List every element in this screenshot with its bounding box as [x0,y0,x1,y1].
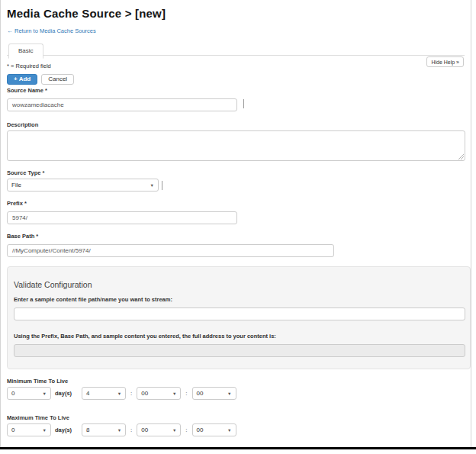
min-ttl-minutes-select[interactable]: 00 ▼ [137,387,181,400]
required-field-note: * = Required field [7,63,465,69]
max-ttl-days-value: 0 [11,427,14,433]
chevron-down-icon: ▼ [117,391,121,396]
min-ttl-minutes-value: 00 [141,390,148,397]
min-ttl-label: Minimum Time To Live [7,378,465,385]
time-separator: : [130,390,132,397]
min-ttl-days-select[interactable]: 0 ▼ [7,387,51,400]
max-ttl-seconds-value: 00 [197,427,204,433]
max-ttl-hours-value: 8 [86,427,89,433]
min-ttl-seconds-select[interactable]: 00 ▼ [192,387,236,400]
time-separator: : [130,427,132,433]
min-ttl-row: 0 ▼ day(s) 4 ▼ : 00 ▼ : 00 ▼ [7,387,465,400]
chevron-down-icon: ▼ [117,428,121,433]
page-title: Media Cache Source > [new] [7,7,465,20]
chevron-down-icon: ▼ [150,183,154,188]
max-ttl-label: Maximum Time To Live [7,414,465,421]
source-type-label: Source Type * [7,169,465,176]
left-arrow-icon: ← [7,27,13,34]
base-path-input[interactable] [7,244,334,257]
chevron-down-icon: ▼ [227,428,231,433]
validate-configuration-heading: Validate Configuration [14,280,464,289]
help-divider [162,181,162,190]
min-ttl-hours-value: 4 [86,390,89,397]
full-address-output [14,344,465,357]
sample-content-label: Enter a sample content file path/name yo… [14,296,464,303]
back-link-label: Return to Media Cache Sources [14,27,96,34]
min-ttl-hours-select[interactable]: 4 ▼ [82,387,126,400]
chevron-down-icon: ▼ [43,391,47,396]
full-address-label: Using the Prefix, Base Path, and sample … [14,333,464,340]
plus-icon: + [14,76,18,82]
prefix-label: Prefix * [7,200,465,207]
add-button-top[interactable]: +Add [7,74,37,85]
chevron-down-icon: ▼ [172,428,176,433]
base-path-label: Base Path * [7,233,465,240]
resize-handle-icon[interactable] [458,154,464,159]
source-name-input[interactable] [7,98,237,111]
description-textarea[interactable] [7,130,465,161]
chevron-down-icon: ▼ [172,391,176,396]
max-ttl-minutes-select[interactable]: 00 ▼ [137,423,181,436]
source-name-label: Source Name * [7,87,465,94]
max-ttl-minutes-value: 00 [141,427,148,433]
max-ttl-days-suffix: day(s) [55,427,72,433]
min-ttl-days-suffix: day(s) [55,390,72,397]
min-ttl-days-value: 0 [11,390,14,397]
window-bottom-border [0,447,476,449]
max-ttl-hours-select[interactable]: 8 ▼ [82,423,126,436]
chevron-down-icon: ▼ [43,428,47,433]
prefix-input[interactable] [7,211,237,224]
page-container: Media Cache Source > [new] ←Return to Me… [0,0,471,447]
min-ttl-seconds-value: 00 [197,390,204,397]
tab-basic[interactable]: Basic [8,43,43,59]
cancel-button-top[interactable]: Cancel [41,74,74,85]
top-action-bar: +Add Cancel [7,74,465,85]
max-ttl-seconds-select[interactable]: 00 ▼ [192,423,236,436]
back-to-sources-link[interactable]: ←Return to Media Cache Sources [7,27,96,34]
description-label: Description [7,121,465,128]
hide-help-button[interactable]: Hide Help » [426,56,464,67]
time-separator: : [185,427,187,433]
max-ttl-row: 0 ▼ day(s) 8 ▼ : 00 ▼ : 00 ▼ [7,423,465,436]
max-ttl-days-select[interactable]: 0 ▼ [7,423,51,436]
source-type-value: File [11,182,21,188]
time-separator: : [185,390,187,397]
validate-configuration-panel: Validate Configuration Enter a sample co… [7,266,471,369]
add-button-label: Add [19,76,31,82]
tab-bar: Basic [7,41,465,56]
chevron-down-icon: ▼ [227,391,231,396]
help-divider [243,99,244,108]
sample-content-input[interactable] [14,307,465,320]
source-type-select[interactable]: File ▼ [7,179,159,192]
